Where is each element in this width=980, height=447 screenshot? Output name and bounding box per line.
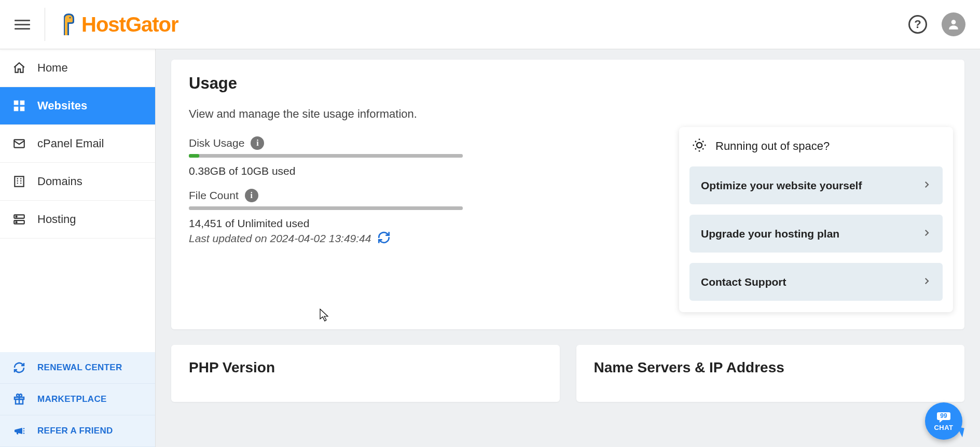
usage-subtitle: View and manage the site usage informati… [189,107,521,121]
top-header: HostGator ? [0,0,980,49]
gator-icon [60,12,78,36]
svg-rect-4 [14,107,18,111]
brand-name: HostGator [81,13,178,36]
svg-point-10 [16,216,17,217]
svg-rect-7 [15,176,23,187]
php-version-card: PHP Version [171,345,560,402]
hamburger-menu-button[interactable] [15,17,30,32]
file-count-label: File Count [189,189,239,202]
sidebar-item-label: Hosting [37,213,76,226]
sidebar-item-marketplace[interactable]: MARKETPLACE [0,384,155,415]
sidebar-item-label: cPanel Email [37,137,104,150]
disk-usage-progress [189,154,463,158]
info-icon[interactable]: i [251,136,264,150]
svg-text:99: 99 [940,412,947,420]
php-version-title: PHP Version [189,359,542,376]
nameservers-title: Name Servers & IP Address [594,359,947,376]
svg-rect-2 [14,101,18,105]
sidebar-item-home[interactable]: Home [0,49,155,87]
sidebar-item-cpanel-email[interactable]: cPanel Email [0,125,155,163]
server-icon [12,213,26,226]
sidebar-item-websites[interactable]: Websites [0,87,155,125]
sidebar-item-refer-a-friend[interactable]: REFER A FRIEND [0,415,155,447]
mail-icon [12,137,26,150]
main-content: Usage View and manage the site usage inf… [156,49,980,447]
tip-button-label: Optimize your website yourself [701,179,862,192]
user-avatar[interactable] [942,12,965,36]
tip-button-label: Contact Support [701,276,786,288]
help-icon[interactable]: ? [908,15,927,34]
svg-point-1 [951,20,956,24]
chat-button[interactable]: 99 CHAT [925,402,962,440]
nameservers-card: Name Servers & IP Address [576,345,965,402]
refresh-icon[interactable] [377,231,391,246]
sidebar-item-renewal-center[interactable]: RENEWAL CENTER [0,352,155,384]
last-updated-text: Last updated on 2024-04-02 13:49:44 [189,232,371,245]
disk-usage-value: 0.38GB of 10GB used [189,165,521,177]
chevron-right-icon [922,276,931,288]
sidebar-item-label: Websites [37,99,87,113]
svg-point-14 [697,143,702,148]
svg-point-0 [70,17,71,19]
tip-upgrade-button[interactable]: Upgrade your hosting plan [689,215,943,253]
header-divider [45,8,45,41]
sidebar-item-hosting[interactable]: Hosting [0,201,155,239]
chat-icon: 99 [936,411,951,423]
tip-button-label: Upgrade your hosting plan [701,228,839,240]
tip-optimize-button[interactable]: Optimize your website yourself [689,166,943,204]
person-icon [947,18,960,31]
disk-usage-label: Disk Usage [189,137,244,149]
sidebar-item-label: REFER A FRIEND [37,426,113,436]
brand-logo[interactable]: HostGator [60,12,178,36]
chat-label: CHAT [934,424,953,431]
refresh-icon [12,361,26,374]
sidebar-item-label: MARKETPLACE [37,394,107,404]
svg-point-11 [16,221,17,222]
chevron-right-icon [922,228,931,240]
file-count-progress [189,206,463,210]
sidebar-item-label: RENEWAL CENTER [37,362,122,373]
tip-panel: Running out of space? Optimize your webs… [679,127,953,312]
dashboard-icon [12,99,26,113]
building-icon [12,175,26,188]
sidebar: Home Websites cPanel Email Domains [0,49,156,447]
home-icon [12,61,26,75]
file-count-value: 14,451 of Unlimited used [189,217,521,230]
sidebar-item-label: Domains [37,175,82,188]
tip-title: Running out of space? [715,139,830,153]
sidebar-item-label: Home [37,61,68,75]
megaphone-icon [12,425,26,437]
chevron-right-icon [922,179,931,192]
svg-rect-3 [20,101,24,105]
usage-title: Usage [189,74,521,93]
info-icon[interactable]: i [245,189,258,202]
usage-card: Usage View and manage the site usage inf… [171,60,964,329]
gift-icon [12,393,26,406]
tip-support-button[interactable]: Contact Support [689,263,943,301]
svg-rect-5 [20,107,24,111]
lightbulb-icon [692,137,707,155]
sidebar-item-domains[interactable]: Domains [0,163,155,201]
